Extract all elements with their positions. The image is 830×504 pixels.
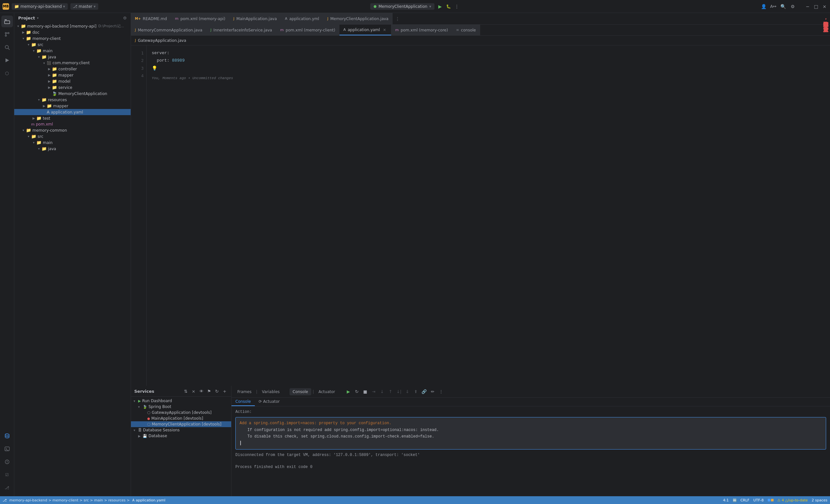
svc-run-dashboard[interactable]: ▾ ▶ Run Dashboard: [131, 398, 231, 404]
svc-add-icon[interactable]: +: [221, 388, 228, 395]
tab-app-yml[interactable]: A application.yml: [281, 13, 324, 24]
tab-app-yaml-active[interactable]: A application.yaml ×: [340, 25, 391, 35]
code-editor[interactable]: server: port: 88989 💡 You, Moments ago •…: [147, 45, 830, 386]
activity-find[interactable]: [1, 41, 13, 53]
debug-run-btn[interactable]: ▶: [345, 388, 352, 396]
tree-common-main[interactable]: ▾ 📁 main: [14, 139, 131, 146]
tree-resources-mapper[interactable]: ▶ 📁 mapper: [14, 103, 131, 109]
tree-java[interactable]: ▾ 📁 java: [14, 54, 131, 60]
tree-application-yaml[interactable]: A application.yaml: [14, 109, 131, 115]
debug-tab-variables[interactable]: Variables: [259, 388, 283, 396]
branch-badge[interactable]: ⎇ master ▾: [70, 3, 98, 10]
console-subtab-console[interactable]: Console: [231, 398, 255, 406]
tree-main[interactable]: ▾ 📁 main: [14, 48, 131, 54]
tab-close-yaml[interactable]: ×: [382, 27, 387, 32]
collapse-all-icon[interactable]: ⇅: [183, 388, 189, 395]
activity-terminal[interactable]: [1, 443, 13, 455]
tab-pom-core[interactable]: m pom.xml (memory-core): [391, 25, 452, 35]
console-output[interactable]: Action: Add a spring.config.import=nacos…: [231, 406, 830, 496]
tree-package[interactable]: ▾ ⬛ com.memory.client: [14, 60, 131, 66]
search-everywhere-icon[interactable]: 🔍: [780, 4, 786, 9]
tree-model[interactable]: ▶ 📁 model: [14, 78, 131, 84]
status-encoding[interactable]: UTF-8: [753, 498, 764, 502]
debug-tab-actuator[interactable]: Actuator: [315, 388, 338, 396]
debug-reload-btn[interactable]: ↻: [353, 388, 360, 396]
status-indent[interactable]: 2 spaces: [812, 498, 828, 502]
activity-run[interactable]: [1, 55, 13, 66]
tree-memory-client-app[interactable]: 🍃 MemoryClientApplication: [14, 91, 131, 97]
activity-project[interactable]: [1, 15, 13, 27]
svc-close-icon[interactable]: ×: [190, 388, 197, 395]
tab-memory-client-app[interactable]: J MemoryClientApplication.java: [323, 13, 393, 24]
status-position[interactable]: 4:1: [723, 498, 729, 502]
line-num-2: 2: [131, 57, 143, 64]
main-app-svc-label: MainApplication [devtools]: [151, 416, 203, 421]
tree-service[interactable]: ▶ 📁 service: [14, 84, 131, 91]
debug-button[interactable]: 🐛: [445, 4, 451, 9]
debug-step-over-btn[interactable]: ⇥: [370, 388, 377, 396]
tab-pom-client[interactable]: m pom.xml (memory-client): [276, 25, 340, 35]
debug-edit-btn[interactable]: ✏: [429, 388, 436, 396]
svc-database[interactable]: ▶ 💾 Database: [131, 433, 231, 439]
gear-icon[interactable]: ⚙: [123, 15, 127, 21]
debug-up-btn[interactable]: ⬆: [412, 388, 419, 396]
minimize-button[interactable]: −: [805, 4, 810, 9]
project-badge[interactable]: 📁 memory-api-backend ▾: [12, 3, 68, 10]
debug-step-into-btn[interactable]: ↓: [378, 388, 385, 396]
activity-git[interactable]: ⎇: [1, 482, 13, 494]
tab-pom-api[interactable]: m pom.xml (memory-api): [171, 13, 229, 24]
activity-problems[interactable]: [1, 456, 13, 468]
debug-eval-btn[interactable]: ⇓: [404, 388, 411, 396]
status-line-ending[interactable]: CRLF: [740, 498, 749, 502]
activity-todo[interactable]: ☑: [1, 469, 13, 481]
activity-vcs[interactable]: [1, 29, 13, 40]
debug-tab-console[interactable]: Console: [290, 388, 312, 396]
svc-spring-boot[interactable]: ▾ 🍃 Spring Boot: [131, 404, 231, 410]
tree-memory-client[interactable]: ▾ 📁 memory-client: [14, 35, 131, 41]
tree-mapper[interactable]: ▶ 📁 mapper: [14, 72, 131, 78]
svc-watch-icon[interactable]: 👁: [198, 388, 204, 395]
activity-database[interactable]: [1, 430, 13, 442]
mapper-arrow: ▶: [47, 73, 52, 77]
svc-gateway-app[interactable]: ◯ GatewayApplication [devtools]: [131, 410, 231, 415]
tree-doc[interactable]: ▶ 📁 doc: [14, 29, 131, 35]
tree-root[interactable]: ▾ 📁 memory-api-backend [memory-api] D:\P…: [14, 23, 131, 29]
maximize-button[interactable]: □: [813, 4, 819, 9]
tab-console[interactable]: ≡ console: [452, 25, 480, 35]
run-button[interactable]: ▶: [437, 4, 443, 9]
tree-controller[interactable]: ▶ 📁 controller: [14, 66, 131, 72]
close-button[interactable]: ×: [822, 4, 827, 9]
tree-resources[interactable]: ▾ 📁 resources: [14, 97, 131, 103]
tree-common-java[interactable]: ▾ 📁 java: [14, 146, 131, 152]
tab-readme[interactable]: M+ README.md: [131, 13, 171, 24]
tab-memory-common-app[interactable]: J MemoryCommonApplication.java: [131, 25, 206, 35]
tab-more[interactable]: ⋮: [393, 13, 402, 24]
tab-main-app[interactable]: J MainApplication.java: [229, 13, 281, 24]
tab-inner-interface[interactable]: J InnerInterfaceInfoService.java: [206, 25, 276, 35]
svc-database-sessions[interactable]: ▾ 🗄 Database Sessions: [131, 427, 231, 433]
svc-refresh-icon[interactable]: ↻: [214, 388, 220, 395]
svc-main-app[interactable]: ● MainApplication [devtools]: [131, 415, 231, 421]
debug-more-btn[interactable]: ⋮: [437, 388, 445, 396]
debug-stop-btn[interactable]: ■: [361, 388, 369, 396]
tree-common-src[interactable]: ▾ 📁 src: [14, 133, 131, 139]
console-subtab-actuator[interactable]: ⟳ Actuator: [255, 398, 284, 406]
svc-memory-client-app[interactable]: ◯ MemoryClientApplication [devtools]: [131, 421, 231, 427]
debug-tab-frames[interactable]: Frames: [234, 388, 255, 396]
activity-plugins[interactable]: ⬡: [1, 67, 13, 79]
debug-link-btn[interactable]: 🔗: [420, 388, 428, 396]
pom-xml-icon: m: [31, 122, 35, 126]
tree-test[interactable]: ▶ 📁 test: [14, 115, 131, 121]
more-actions-button[interactable]: ⋮: [454, 4, 460, 9]
run-config[interactable]: ● MemoryClientApplication ▾: [370, 3, 435, 10]
svc-filter-icon[interactable]: ⚑: [206, 388, 212, 395]
tree-src[interactable]: ▾ 📁 src: [14, 41, 131, 48]
debug-step-out-btn[interactable]: ↑: [387, 388, 394, 396]
tree-pom-xml[interactable]: m pom.xml: [14, 121, 131, 127]
profile-icon[interactable]: 👤: [761, 4, 766, 9]
settings-icon[interactable]: ⚙: [790, 4, 796, 9]
status-warnings[interactable]: ⚠ 4 △/up-to-date: [777, 498, 808, 502]
debug-run-cursor-btn[interactable]: ↓|: [395, 388, 402, 396]
tree-memory-common[interactable]: ▾ 📁 memory-common: [14, 127, 131, 133]
translate-icon[interactable]: A↔: [770, 4, 776, 9]
